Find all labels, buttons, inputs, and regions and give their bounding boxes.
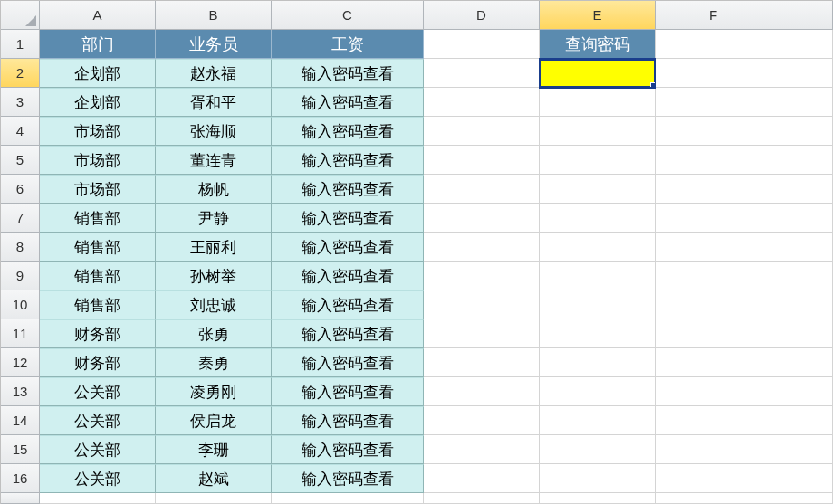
cell-G3[interactable] [771,88,833,117]
cell-G10[interactable] [771,290,833,319]
cell-F11[interactable] [656,319,771,348]
col-header-F[interactable]: F [656,1,771,30]
cell-G17[interactable] [771,493,833,504]
col-header-B[interactable]: B [156,1,272,30]
cell-F15[interactable] [656,435,771,464]
header-salary[interactable]: 工资 [272,30,424,59]
query-password-header[interactable]: 查询密码 [540,30,656,59]
header-dept[interactable]: 部门 [40,30,156,59]
cell-G11[interactable] [771,319,833,348]
cell-D5[interactable] [424,146,540,175]
cell-F5[interactable] [656,146,771,175]
cell-E5[interactable] [540,146,656,175]
cell-D17[interactable] [424,493,540,504]
col-header-extra[interactable] [771,1,833,30]
cell-dept[interactable]: 企划部 [40,59,156,88]
cell-C17[interactable] [272,493,424,504]
cell-salary[interactable]: 输入密码查看 [272,435,424,464]
cell-F14[interactable] [656,406,771,435]
cell-dept[interactable]: 销售部 [40,233,156,262]
cell-salary[interactable]: 输入密码查看 [272,233,424,262]
cell-E13[interactable] [540,377,656,406]
cell-F17[interactable] [656,493,771,504]
row-header-14[interactable]: 14 [1,406,40,435]
cell-name[interactable]: 刘忠诚 [156,290,272,319]
cell-D6[interactable] [424,175,540,204]
cell-E4[interactable] [540,117,656,146]
cell-dept[interactable]: 公关部 [40,377,156,406]
cell-G15[interactable] [771,435,833,464]
row-header-16[interactable]: 16 [1,464,40,493]
cell-F12[interactable] [656,348,771,377]
header-sales[interactable]: 业务员 [156,30,272,59]
select-all-corner[interactable] [1,1,40,30]
cell-name[interactable]: 赵斌 [156,464,272,493]
cell-name[interactable]: 杨帆 [156,175,272,204]
cell-dept[interactable]: 财务部 [40,319,156,348]
cell-dept[interactable]: 销售部 [40,262,156,290]
cell-E8[interactable] [540,233,656,262]
cell-G13[interactable] [771,377,833,406]
row-header-13[interactable]: 13 [1,377,40,406]
cell-D11[interactable] [424,319,540,348]
col-header-D[interactable]: D [424,1,540,30]
cell-D14[interactable] [424,406,540,435]
row-header-7[interactable]: 7 [1,204,40,233]
cell-D16[interactable] [424,464,540,493]
row-header-15[interactable]: 15 [1,435,40,464]
cell-D3[interactable] [424,88,540,117]
cell-dept[interactable]: 市场部 [40,175,156,204]
cell-D2[interactable] [424,59,540,88]
cell-D7[interactable] [424,204,540,233]
row-header-6[interactable]: 6 [1,175,40,204]
cell-salary[interactable]: 输入密码查看 [272,319,424,348]
cell-G9[interactable] [771,262,833,290]
cell-E12[interactable] [540,348,656,377]
cell-name[interactable]: 张海顺 [156,117,272,146]
cell-D15[interactable] [424,435,540,464]
row-header-4[interactable]: 4 [1,117,40,146]
cell-name[interactable]: 尹静 [156,204,272,233]
cell-D9[interactable] [424,262,540,290]
cell-dept[interactable]: 财务部 [40,348,156,377]
cell-name[interactable]: 凌勇刚 [156,377,272,406]
cell-F6[interactable] [656,175,771,204]
row-header-3[interactable]: 3 [1,88,40,117]
cell-G5[interactable] [771,146,833,175]
cell-E9[interactable] [540,262,656,290]
cell-name[interactable]: 赵永福 [156,59,272,88]
cell-G16[interactable] [771,464,833,493]
row-header-8[interactable]: 8 [1,233,40,262]
cell-F16[interactable] [656,464,771,493]
cell-salary[interactable]: 输入密码查看 [272,59,424,88]
cell-salary[interactable]: 输入密码查看 [272,290,424,319]
cell-F1[interactable] [656,30,771,59]
cell-dept[interactable]: 公关部 [40,464,156,493]
row-header-9[interactable]: 9 [1,262,40,290]
cell-E17[interactable] [540,493,656,504]
cell-dept[interactable]: 市场部 [40,117,156,146]
cell-dept[interactable]: 公关部 [40,435,156,464]
col-header-C[interactable]: C [272,1,424,30]
cell-F13[interactable] [656,377,771,406]
cell-salary[interactable]: 输入密码查看 [272,146,424,175]
cell-dept[interactable]: 销售部 [40,290,156,319]
cell-E10[interactable] [540,290,656,319]
cell-F10[interactable] [656,290,771,319]
cell-D13[interactable] [424,377,540,406]
row-header-5[interactable]: 5 [1,146,40,175]
cell-E15[interactable] [540,435,656,464]
cell-E16[interactable] [540,464,656,493]
cell-name[interactable]: 王丽利 [156,233,272,262]
row-header-12[interactable]: 12 [1,348,40,377]
cell-salary[interactable]: 输入密码查看 [272,406,424,435]
cell-G6[interactable] [771,175,833,204]
cell-G7[interactable] [771,204,833,233]
cell-A17[interactable] [40,493,156,504]
cell-salary[interactable]: 输入密码查看 [272,117,424,146]
cell-E6[interactable] [540,175,656,204]
row-header-2[interactable]: 2 [1,59,40,88]
cell-salary[interactable]: 输入密码查看 [272,204,424,233]
cell-D1[interactable] [424,30,540,59]
cell-name[interactable]: 董连青 [156,146,272,175]
